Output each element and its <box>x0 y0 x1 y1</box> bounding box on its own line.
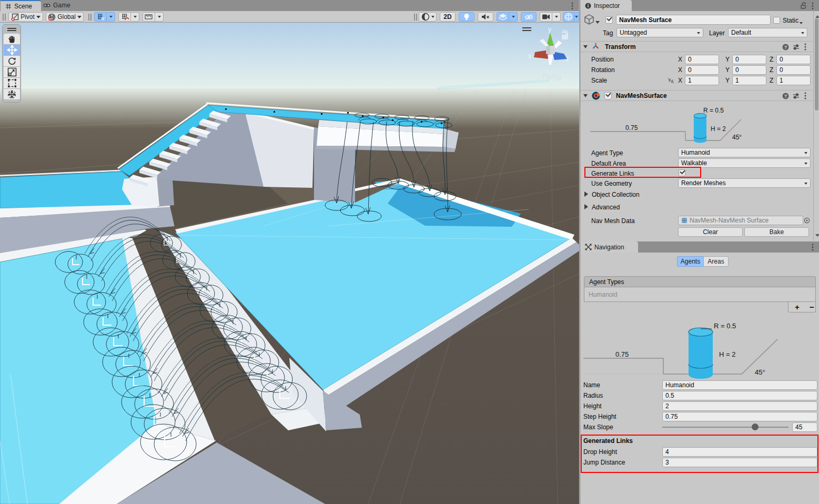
svg-text:45°: 45° <box>755 368 765 376</box>
svg-text:45°: 45° <box>732 134 742 141</box>
svg-text:?: ? <box>784 94 787 99</box>
svg-text:z: z <box>566 55 569 63</box>
svg-text:Y: Y <box>102 16 105 21</box>
svg-text:H = 2: H = 2 <box>719 350 735 358</box>
svg-text:R = 0.5: R = 0.5 <box>703 107 724 114</box>
svg-text:y: y <box>548 26 551 33</box>
svg-text:H = 2: H = 2 <box>711 125 726 133</box>
svg-text:R = 0.5: R = 0.5 <box>714 322 736 330</box>
svg-text:0.75: 0.75 <box>625 124 638 132</box>
svg-text:?: ? <box>784 45 787 50</box>
svg-text:0.75: 0.75 <box>615 350 629 358</box>
svg-text:‹ Persp: ‹ Persp <box>538 73 561 81</box>
svg-text:x: x <box>528 53 531 60</box>
